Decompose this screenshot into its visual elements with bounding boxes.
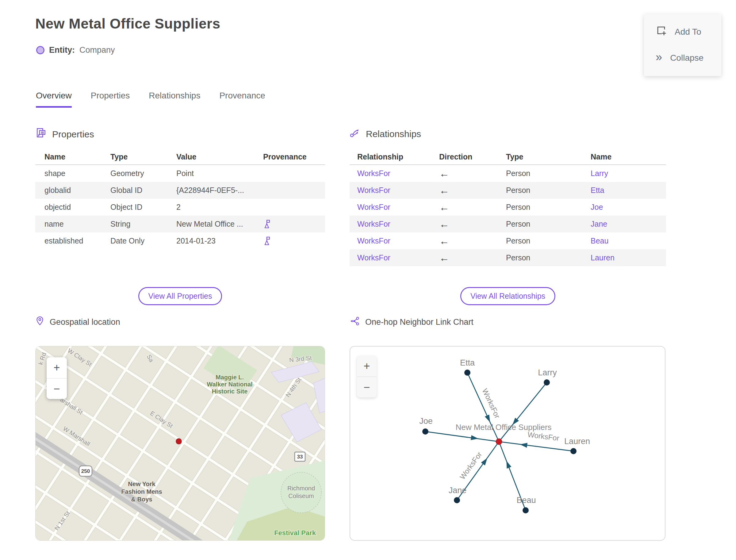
chart-zoom-in-button[interactable]: + [357,356,377,377]
relationships-table-header: Relationship Direction Type Name [350,149,666,165]
svg-text:Fashion Mens: Fashion Mens [121,488,162,495]
relationships-title: Relationships [366,129,421,139]
map-zoom-in-button[interactable]: + [47,357,67,378]
left-column: Properties Name Type Value Provenance sh… [35,0,325,560]
direction-arrow: ← [439,235,506,247]
map-zoom-out-button[interactable]: − [47,378,67,399]
graph-node-etta[interactable] [464,370,470,376]
table-row: WorksFor ← Person Lauren [350,249,666,266]
entity-link[interactable]: Joe [591,203,666,212]
direction-arrow: ← [439,168,506,179]
properties-table: Name Type Value Provenance shape Geometr… [35,149,325,249]
geospatial-map[interactable]: k Rd W Clay St Sa arshall St W Marshall … [35,346,325,541]
graph-node-center[interactable] [496,439,502,445]
relationship-link[interactable]: WorksFor [357,186,439,195]
route-badge-250: 250 [79,466,92,476]
link-chart-section-header: One-hop Neighbor Link Chart [350,316,473,328]
node-label: Larry [538,368,557,377]
link-chart-icon [350,316,360,328]
table-row: name String New Metal Office ... [35,216,325,232]
svg-text:Walker National: Walker National [207,381,252,388]
collapse-label: Collapse [670,53,703,63]
link-chart[interactable]: WorksFor WorksFor WorksFor Etta Larry Jo… [350,346,665,541]
map-pin-icon [35,316,44,328]
relationships-table: Relationship Direction Type Name WorksFo… [350,149,666,266]
direction-arrow: ← [439,252,506,264]
node-label: Joe [419,416,433,426]
table-row: WorksFor ← Person Larry [350,165,666,182]
svg-text:Richmond: Richmond [287,485,315,492]
provenance-flag-icon[interactable] [263,219,325,229]
svg-text:250: 250 [81,468,90,474]
route-badge-33: 33 [295,452,305,461]
graph-node-joe[interactable] [422,428,428,435]
geospatial-title: Geospatial location [50,317,120,327]
link-chart-title: One-hop Neighbor Link Chart [365,317,473,327]
properties-table-header: Name Type Value Provenance [35,149,325,165]
map-marker[interactable] [176,439,182,444]
relationship-link[interactable]: WorksFor [357,220,439,228]
chart-zoom-out-button[interactable]: − [357,377,377,397]
relationship-link[interactable]: WorksFor [357,203,439,212]
view-all-properties-button[interactable]: View All Properties [138,287,222,305]
graph-node-jane[interactable] [454,497,460,503]
relationship-link[interactable]: WorksFor [357,253,439,262]
center-node-label: New Metal Office Suppliers [455,423,551,432]
direction-arrow: ← [439,201,506,213]
provenance-flag-icon[interactable] [263,236,325,246]
table-row: shape Geometry Point [35,165,325,182]
table-row: WorksFor ← Person Beau [350,232,666,249]
svg-text:Historic Site: Historic Site [212,388,248,395]
add-to-label: Add To [675,27,701,37]
right-column: Relationships Relationship Direction Typ… [350,0,666,560]
direction-arrow: ← [439,218,506,230]
chart-zoom-control: + − [357,356,377,397]
map-canvas: k Rd W Clay St Sa arshall St W Marshall … [36,346,325,541]
entity-link[interactable]: Beau [591,236,666,245]
table-row: WorksFor ← Person Etta [350,182,666,199]
entity-link[interactable]: Etta [591,186,666,195]
node-label: Lauren [564,437,590,446]
entity-link[interactable]: Larry [591,169,666,178]
table-row: WorksFor ← Person Joe [350,199,666,216]
svg-text:33: 33 [297,454,303,460]
edge-label: WorksFor [527,430,560,442]
properties-section-header: Properties [35,127,94,141]
node-label: Etta [460,358,475,367]
graph-node-larry[interactable] [544,379,550,385]
properties-title: Properties [52,129,94,140]
entity-link[interactable]: Lauren [591,253,666,262]
node-label: Beau [516,496,536,505]
svg-text:Maggie L.: Maggie L. [216,374,244,381]
relationship-link[interactable]: WorksFor [357,236,439,245]
table-row: established Date Only 2014-01-23 [35,232,325,249]
relationships-icon [350,127,361,140]
properties-icon [35,127,47,141]
table-row: globalid Global ID {A228944F-0EF5-... [35,182,325,199]
svg-text:Coliseum: Coliseum [288,493,314,499]
svg-text:New York: New York [128,481,155,487]
relationships-section-header: Relationships [350,127,421,140]
entity-link[interactable]: Jane [591,220,666,228]
table-row: objectid Object ID 2 [35,199,325,216]
poi-festival-park: Festival Park [274,529,316,537]
svg-text:& Boys: & Boys [131,496,152,503]
relationship-link[interactable]: WorksFor [357,169,439,178]
direction-arrow: ← [439,185,506,196]
map-zoom-control: + − [47,357,67,399]
table-row: WorksFor ← Person Jane [350,216,666,232]
graph-node-beau[interactable] [523,507,529,513]
geospatial-section-header: Geospatial location [35,316,120,328]
view-all-relationships-button[interactable]: View All Relationships [460,287,555,305]
graph-node-lauren[interactable] [570,448,577,454]
node-label: Jane [449,486,467,495]
link-chart-canvas: WorksFor WorksFor WorksFor Etta Larry Jo… [350,347,665,540]
edge-label: WorksFor [458,450,484,481]
edge-label: WorksFor [481,387,502,420]
